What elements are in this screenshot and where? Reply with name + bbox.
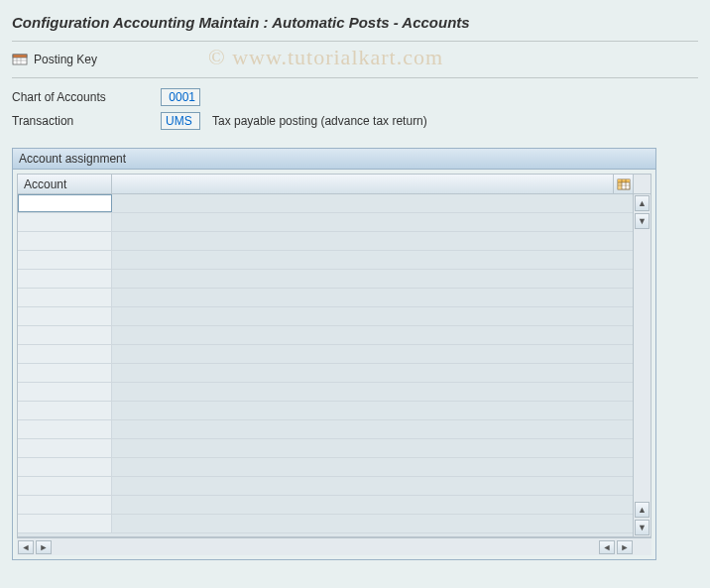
account-cell[interactable] xyxy=(18,496,112,514)
account-cell[interactable] xyxy=(18,307,112,325)
account-cell[interactable] xyxy=(18,439,112,457)
scroll-left-icon[interactable]: ◄ xyxy=(18,540,34,554)
account-cell[interactable] xyxy=(18,194,112,212)
row-rest xyxy=(112,194,633,212)
table-row[interactable] xyxy=(18,345,633,364)
row-rest xyxy=(112,477,633,495)
table-row[interactable] xyxy=(18,251,633,270)
table-row[interactable] xyxy=(18,213,633,232)
table-row[interactable] xyxy=(18,402,633,420)
account-cell[interactable] xyxy=(18,232,112,250)
table-row[interactable] xyxy=(18,289,633,307)
account-cell[interactable] xyxy=(18,364,112,382)
table-row[interactable] xyxy=(18,326,633,345)
scroll-right-end-icon[interactable]: ► xyxy=(617,540,633,554)
vscroll-track[interactable] xyxy=(634,230,651,501)
account-cell[interactable] xyxy=(18,402,112,419)
table-row[interactable] xyxy=(18,496,633,515)
row-rest xyxy=(112,307,633,325)
table-row[interactable] xyxy=(18,364,633,383)
account-cell[interactable] xyxy=(18,515,112,532)
posting-key-icon[interactable] xyxy=(12,52,28,67)
account-cell[interactable] xyxy=(18,383,112,401)
scroll-down-bottom-icon[interactable]: ▼ xyxy=(635,520,650,535)
table-config-button[interactable] xyxy=(613,175,633,193)
toolbar: Posting Key xyxy=(12,48,698,78)
row-rest xyxy=(112,458,633,476)
table-row[interactable] xyxy=(18,194,633,213)
row-rest xyxy=(112,251,633,269)
table-row[interactable] xyxy=(18,270,633,289)
scroll-up-icon[interactable]: ▲ xyxy=(635,195,650,211)
table-row[interactable] xyxy=(18,458,633,477)
scroll-left-end-icon[interactable]: ◄ xyxy=(599,540,615,554)
account-input[interactable] xyxy=(19,195,111,211)
account-cell[interactable] xyxy=(18,458,112,476)
account-cell[interactable] xyxy=(18,270,112,288)
transaction-input[interactable] xyxy=(161,112,200,130)
row-rest xyxy=(112,289,633,306)
svg-rect-1 xyxy=(13,55,27,58)
table-row[interactable] xyxy=(18,420,633,439)
table-header: Account xyxy=(18,175,633,194)
account-cell[interactable] xyxy=(18,477,112,495)
table-row[interactable] xyxy=(18,383,633,402)
svg-rect-7 xyxy=(618,179,622,189)
table-row[interactable] xyxy=(18,439,633,458)
row-rest xyxy=(112,326,633,344)
posting-key-button[interactable]: Posting Key xyxy=(34,53,97,66)
table-row[interactable] xyxy=(18,477,633,496)
transaction-label: Transaction xyxy=(12,114,161,128)
account-cell[interactable] xyxy=(18,251,112,269)
row-rest xyxy=(112,496,633,514)
account-cell[interactable] xyxy=(18,420,112,438)
account-cell[interactable] xyxy=(18,345,112,363)
horizontal-scrollbar[interactable]: ◄ ► ◄ ► xyxy=(17,537,651,555)
account-cell[interactable] xyxy=(18,326,112,344)
account-table: Account xyxy=(17,174,651,537)
scroll-down-icon[interactable]: ▼ xyxy=(635,213,650,229)
account-assignment-panel: Account assignment Account xyxy=(12,148,656,560)
scroll-up-bottom-icon[interactable]: ▲ xyxy=(635,502,650,518)
chart-of-accounts-label: Chart of Accounts xyxy=(12,90,161,104)
row-rest xyxy=(112,345,633,363)
table-row[interactable] xyxy=(18,232,633,251)
column-header-account[interactable]: Account xyxy=(18,175,112,193)
table-row[interactable] xyxy=(18,515,633,533)
account-cell[interactable] xyxy=(18,289,112,306)
table-row[interactable] xyxy=(18,307,633,326)
form-area: Chart of Accounts Transaction Tax payabl… xyxy=(12,88,698,130)
account-cell[interactable] xyxy=(18,213,112,231)
chart-of-accounts-input[interactable] xyxy=(161,88,200,106)
row-rest xyxy=(112,515,633,532)
row-rest xyxy=(112,270,633,288)
row-rest xyxy=(112,213,633,231)
table-config-icon xyxy=(617,177,631,191)
row-rest xyxy=(112,383,633,401)
column-header-spacer xyxy=(112,175,613,193)
row-rest xyxy=(112,402,633,419)
vertical-scrollbar[interactable]: ▲ ▼ ▲ ▼ xyxy=(633,175,651,536)
row-rest xyxy=(112,420,633,438)
panel-title: Account assignment xyxy=(13,149,655,170)
row-rest xyxy=(112,439,633,457)
transaction-desc: Tax payable posting (advance tax return) xyxy=(212,114,427,128)
page-title: Configuration Accounting Maintain : Auto… xyxy=(12,8,698,42)
table-body xyxy=(18,194,633,536)
row-rest xyxy=(112,232,633,250)
row-rest xyxy=(112,364,633,382)
scroll-right-icon[interactable]: ► xyxy=(36,540,52,554)
